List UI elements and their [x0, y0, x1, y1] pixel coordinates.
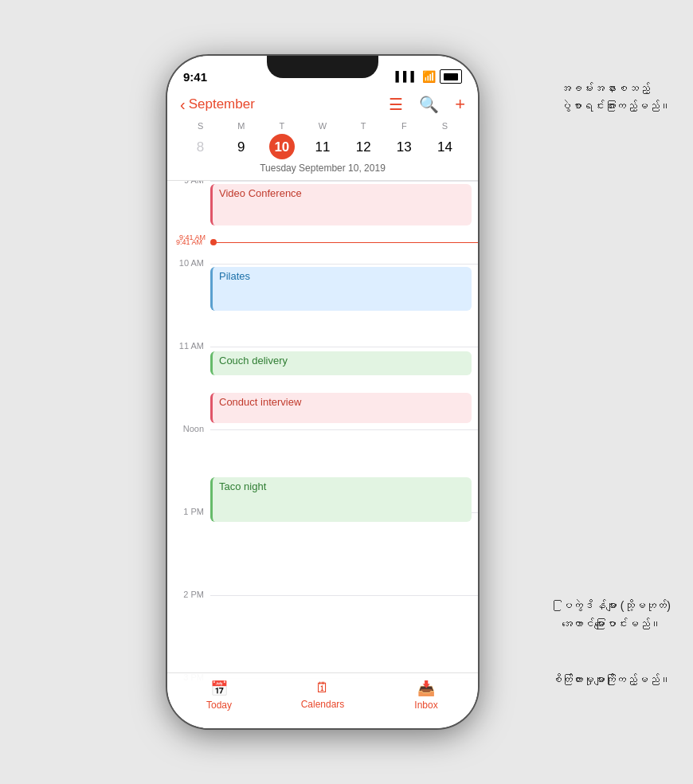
- time-label-1030: [167, 300, 210, 347]
- annotation-inbox-text: စိတ်ကြားမှုများကိုကြည့်မည်။: [551, 673, 671, 686]
- current-time-dot: [210, 239, 217, 245]
- date-11[interactable]: 11: [302, 139, 343, 155]
- calendar-header: ‹ September ☰ 🔍 + S M T: [167, 91, 478, 181]
- annotation-bottom: ပြကွဲဒိန်များ (သို့မဟုတ်)အကောင်များပြောင…: [562, 597, 671, 633]
- tab-inbox[interactable]: 📥 Inbox: [374, 680, 478, 711]
- current-time-indicator: 9:41 AM: [167, 239, 478, 245]
- time-label-1pm: 1 PM: [167, 508, 210, 554]
- today-icon: 📅: [210, 680, 228, 697]
- day-view-scroll[interactable]: 9 AM 10 AM: [167, 181, 478, 728]
- time-grid: 9 AM 10 AM: [167, 181, 478, 728]
- current-time-line: [217, 242, 478, 243]
- time-row-1pm: 1 PM: [167, 512, 478, 554]
- time-label-1230: [167, 466, 210, 512]
- time-label-10am: 10 AM: [167, 259, 210, 305]
- phone-frame: 9:41 ▌▌▌ 📶 ‹ September: [167, 56, 478, 728]
- day-label-w: W: [302, 121, 343, 131]
- signal-icon: ▌▌▌: [395, 71, 418, 82]
- time-label-2pm: 2 PM: [167, 590, 210, 637]
- day-label-s1: S: [180, 121, 221, 131]
- wifi-icon: 📶: [422, 70, 436, 83]
- list-view-icon[interactable]: ☰: [389, 95, 403, 114]
- tab-today[interactable]: 📅 Today: [167, 680, 271, 711]
- calendar-nav: ‹ September ☰ 🔍 +: [180, 94, 465, 115]
- add-event-icon[interactable]: +: [455, 94, 465, 115]
- date-12[interactable]: 12: [343, 139, 384, 155]
- time-line-1pm: [210, 512, 478, 554]
- time-row-10am: 10 AM: [167, 264, 478, 305]
- battery-icon: [440, 69, 462, 84]
- tab-calendars[interactable]: 🗓 Calendars: [271, 680, 374, 710]
- current-time-label: 9:41 AM: [167, 238, 206, 246]
- time-row-1030: [167, 305, 478, 347]
- time-row-9am: 9 AM: [167, 181, 478, 222]
- day-label-s2: S: [425, 121, 465, 131]
- time-line-130: [210, 554, 478, 595]
- date-14[interactable]: 14: [425, 139, 465, 155]
- time-line-11am: [210, 347, 478, 388]
- today-label: Today: [206, 700, 232, 711]
- status-time: 9:41: [183, 70, 207, 84]
- time-row-11am: 11 AM: [167, 347, 478, 388]
- search-icon[interactable]: 🔍: [419, 95, 439, 114]
- calendars-icon: 🗓: [315, 680, 330, 696]
- time-label-1130: [167, 383, 210, 429]
- back-to-month[interactable]: ‹ September: [180, 96, 255, 114]
- day-label-f: F: [384, 121, 425, 131]
- inbox-label: Inbox: [414, 700, 437, 711]
- calendars-label: Calendars: [301, 699, 345, 710]
- notch: [267, 56, 378, 78]
- time-line-1230: [210, 471, 478, 512]
- date-10-today[interactable]: 10: [269, 134, 295, 159]
- time-label-230: [167, 632, 210, 678]
- page-wrapper: 9:41 ▌▌▌ 📶 ‹ September: [0, 0, 693, 784]
- week-dates: 8 9 10 11 12 13 14: [180, 134, 465, 159]
- month-label: September: [189, 96, 255, 112]
- time-row-1130: [167, 388, 478, 429]
- time-row-1230: [167, 471, 478, 512]
- date-subheader: Tuesday September 10, 2019: [180, 163, 465, 174]
- date-8[interactable]: 8: [180, 139, 221, 155]
- annotation-bottom-text: ပြကွဲဒိန်များ (သို့မဟုတ်)အကောင်များပြောင…: [562, 599, 671, 629]
- time-line-1130: [210, 388, 478, 429]
- annotation-top-text: အခမ်းအနားစသည့်ပွဲစာရင်းအားကြည့်မည်။: [560, 82, 671, 112]
- annotation-inbox: စိတ်ကြားမှုများကိုကြည့်မည်။: [551, 671, 671, 688]
- time-line-10am: [210, 264, 478, 305]
- time-line-9am: [210, 181, 478, 222]
- time-line-2pm: [210, 595, 478, 637]
- time-row-2pm: 2 PM: [167, 595, 478, 637]
- date-9[interactable]: 9: [221, 139, 261, 155]
- day-label-t2: T: [343, 121, 384, 131]
- date-13[interactable]: 13: [384, 139, 425, 155]
- tab-bar: 📅 Today 🗓 Calendars 📥 Inbox: [167, 672, 478, 728]
- phone-content: 9:41 ▌▌▌ 📶 ‹ September: [167, 56, 478, 728]
- time-label-9am: 9 AM: [167, 181, 210, 222]
- cal-nav-icons: ☰ 🔍 +: [389, 94, 465, 115]
- time-label-11am: 11 AM: [167, 342, 210, 388]
- time-row-130: [167, 554, 478, 595]
- day-label-t1: T: [261, 121, 302, 131]
- week-header: S M T W T F S: [180, 121, 465, 131]
- time-row-noon: Noon: [167, 429, 478, 471]
- status-icons: ▌▌▌ 📶: [395, 69, 462, 84]
- annotation-top: အခမ်းအနားစသည့်ပွဲစာရင်းအားကြည့်မည်။: [560, 80, 671, 116]
- inbox-icon: 📥: [417, 680, 435, 697]
- chevron-left-icon: ‹: [180, 96, 186, 114]
- day-label-m: M: [221, 121, 261, 131]
- time-line-noon: [210, 429, 478, 471]
- time-label-130: [167, 549, 210, 595]
- phone-screen: 9:41 ▌▌▌ 📶 ‹ September: [167, 56, 478, 728]
- time-line-1030: [210, 305, 478, 347]
- time-label-noon: Noon: [167, 425, 210, 471]
